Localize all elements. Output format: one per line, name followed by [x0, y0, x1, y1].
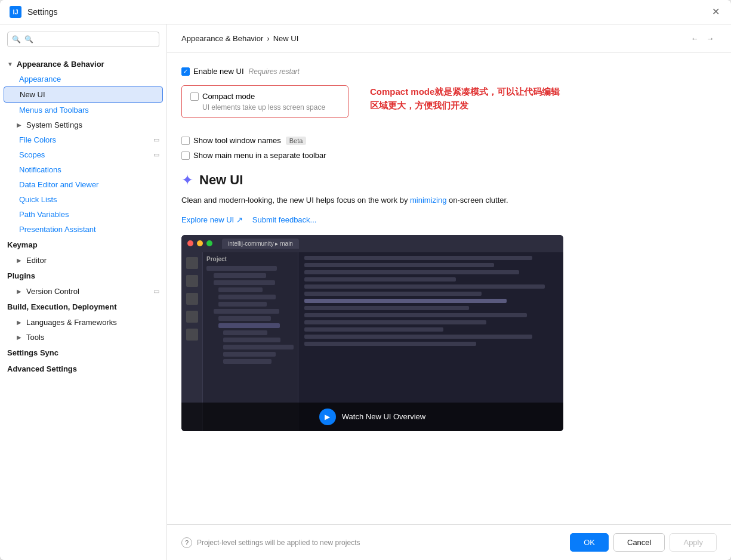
editor-arrow: ▶ [17, 257, 24, 264]
main-header: Appearance & Behavior › New UI ← → [167, 24, 731, 52]
code-line-10 [304, 320, 486, 324]
sidebar-item-system-settings[interactable]: ▶ System Settings [0, 117, 166, 132]
compact-mode-row: Compact mode [190, 92, 340, 101]
vc-icon: ▭ [153, 287, 159, 295]
sidebar-item-keymap[interactable]: Keymap [0, 237, 166, 253]
nav-tree: ▼ Appearance & Behavior Appearance New U… [0, 54, 166, 379]
show-tool-window-names-label: Show tool window names [193, 136, 281, 145]
sidebar-item-path-variables[interactable]: Path Variables [0, 207, 166, 222]
preview-file-line-7 [214, 309, 279, 314]
enable-new-ui-checkbox[interactable]: ✓ [181, 67, 190, 76]
explore-new-ui-link[interactable]: Explore new UI ↗ [181, 215, 243, 224]
sidebar-item-presentation-assistant[interactable]: Presentation Assistant [0, 222, 166, 237]
preview-icon-3 [186, 293, 198, 305]
sidebar-item-editor[interactable]: ▶ Editor [0, 253, 166, 268]
footer-help: ? Project-level settings will be applied… [181, 537, 360, 548]
main-content: ✓ Enable new UI Requires restart Compact… [167, 52, 731, 524]
preview-icon-2 [186, 275, 198, 287]
breadcrumb-root: Appearance & Behavior [181, 34, 263, 43]
expand-arrow: ▶ [17, 122, 24, 129]
sidebar-item-advanced-settings[interactable]: Advanced Settings [0, 361, 166, 377]
sidebar-section-appearance-behavior[interactable]: ▼ Appearance & Behavior [0, 57, 166, 72]
sidebar-item-settings-sync[interactable]: Settings Sync [0, 345, 166, 361]
compact-mode-checkbox[interactable] [190, 92, 199, 101]
enable-new-ui-checkbox-wrap[interactable]: ✓ Enable new UI [181, 67, 244, 76]
submit-feedback-link[interactable]: Submit feedback... [252, 215, 317, 224]
sidebar-item-languages[interactable]: ▶ Languages & Frameworks [0, 315, 166, 330]
code-line-13 [304, 342, 476, 346]
preview-file-line-12 [223, 345, 294, 349]
sidebar-item-plugins[interactable]: Plugins [0, 268, 166, 284]
code-line-12 [304, 335, 532, 339]
compact-mode-label: Compact mode [202, 92, 255, 101]
video-overlay[interactable]: ▶ Watch New UI Overview [181, 403, 563, 431]
tools-arrow: ▶ [17, 334, 24, 341]
chrome-tab: intellij-community ▸ main [222, 239, 299, 249]
show-main-menu-wrap[interactable]: Show main menu in a separate toolbar [181, 151, 326, 160]
sparkle-icon: ✦ [181, 172, 193, 188]
sidebar-item-new-ui[interactable]: New UI [4, 86, 163, 103]
show-main-menu-label: Show main menu in a separate toolbar [193, 151, 326, 160]
preview-file-line-6 [218, 302, 267, 307]
compact-mode-box: Compact mode UI elements take up less sc… [181, 85, 348, 118]
show-tool-window-names-row: Show tool window names Beta [181, 136, 717, 145]
sidebar-item-tools[interactable]: ▶ Tools [0, 330, 166, 345]
footer-buttons: OK Cancel Apply [570, 533, 717, 552]
code-line-8 [304, 306, 469, 310]
breadcrumb: Appearance & Behavior › New UI [181, 34, 298, 43]
sidebar-item-scopes[interactable]: Scopes ▭ [0, 147, 166, 162]
sidebar-item-file-colors[interactable]: File Colors ▭ [0, 132, 166, 147]
apply-button[interactable]: Apply [670, 533, 717, 552]
close-button[interactable]: ✕ [712, 7, 721, 17]
preview-file-line-3 [214, 280, 275, 285]
preview-chrome: intellij-community ▸ main [181, 235, 563, 252]
sidebar-item-data-editor[interactable]: Data Editor and Viewer [0, 177, 166, 192]
compact-mode-checkbox-wrap[interactable]: Compact mode [190, 92, 255, 101]
code-line-9 [304, 313, 527, 317]
preview-icon-4 [186, 311, 198, 323]
search-box[interactable]: 🔍 [7, 32, 159, 47]
new-ui-section: ✦ New UI Clean and modern-looking, the n… [181, 172, 717, 431]
video-label: Watch New UI Overview [342, 412, 425, 421]
sidebar-item-version-control[interactable]: ▶ Version Control ▭ [0, 284, 166, 299]
footer-hint: Project-level settings will be applied t… [197, 539, 360, 547]
sidebar-item-appearance[interactable]: Appearance [0, 72, 166, 86]
preview-file-line-10 [223, 330, 267, 335]
code-line-1 [304, 256, 532, 260]
breadcrumb-page: New UI [273, 34, 299, 43]
footer: ? Project-level settings will be applied… [167, 524, 731, 560]
checkbox-check-icon: ✓ [183, 69, 188, 75]
preview-file-header: Project [206, 256, 294, 262]
back-button[interactable]: ← [688, 32, 701, 45]
show-tool-window-names-checkbox[interactable] [181, 137, 190, 145]
code-line-5 [304, 284, 545, 289]
play-button-wrap[interactable]: ▶ Watch New UI Overview [319, 409, 425, 425]
forward-button[interactable]: → [704, 32, 717, 45]
app-icon: IJ [10, 6, 21, 18]
cancel-button[interactable]: Cancel [613, 533, 665, 552]
breadcrumb-separator: › [267, 34, 269, 43]
preview-file-line-13 [223, 352, 276, 357]
lang-arrow: ▶ [17, 319, 24, 326]
window-title: Settings [27, 7, 712, 17]
preview-image: intellij-community ▸ main Pr [181, 235, 563, 431]
sidebar-item-menus-toolbars[interactable]: Menus and Toolbars [0, 103, 166, 117]
requires-restart-text: Requires restart [249, 67, 300, 76]
preview-file-line-1 [206, 266, 277, 271]
beta-badge: Beta [286, 137, 307, 145]
compact-and-annotation: Compact mode UI elements take up less sc… [181, 85, 717, 126]
preview-file-line-5 [218, 295, 276, 299]
code-line-4 [304, 277, 456, 281]
scopes-icon: ▭ [153, 151, 159, 159]
ok-button[interactable]: OK [570, 533, 609, 552]
sidebar-item-quick-lists[interactable]: Quick Lists [0, 192, 166, 207]
dot-yellow [197, 240, 203, 246]
search-input[interactable] [7, 32, 159, 47]
show-tool-window-names-wrap[interactable]: Show tool window names [181, 136, 281, 145]
sidebar-item-build[interactable]: Build, Execution, Deployment [0, 299, 166, 315]
sidebar-item-notifications[interactable]: Notifications [0, 162, 166, 177]
show-main-menu-row: Show main menu in a separate toolbar [181, 151, 717, 160]
show-main-menu-checkbox[interactable] [181, 151, 190, 160]
help-icon[interactable]: ? [181, 537, 192, 548]
link-row: Explore new UI ↗ Submit feedback... [181, 215, 717, 224]
